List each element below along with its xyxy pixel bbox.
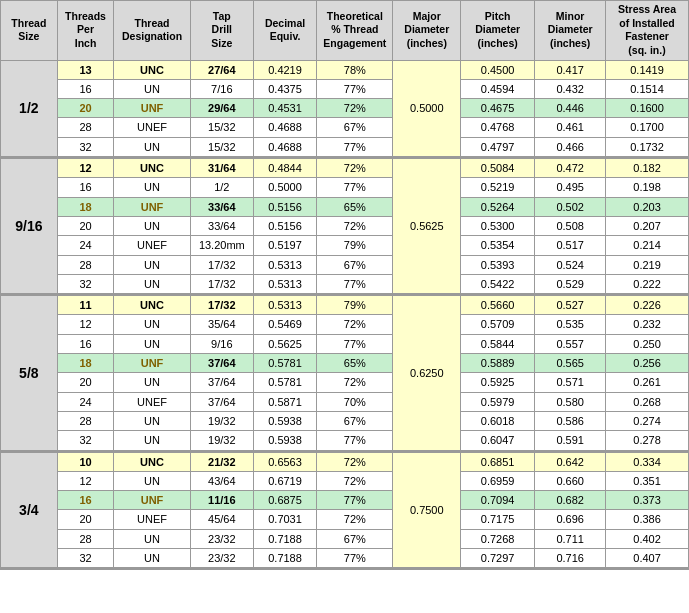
table-row: 5/811UNC17/320.531379%0.62500.56600.5270… xyxy=(1,296,689,315)
decimal-cell: 0.5469 xyxy=(253,315,316,334)
pct-cell: 65% xyxy=(317,197,393,216)
minor-diameter-cell: 0.580 xyxy=(535,392,606,411)
stress-area-cell: 0.1700 xyxy=(606,118,689,137)
designation-cell: UN xyxy=(114,79,190,98)
table-row: 32UN17/320.531377%0.54220.5290.222 xyxy=(1,274,689,293)
stress-area-cell: 0.1600 xyxy=(606,99,689,118)
minor-diameter-cell: 0.446 xyxy=(535,99,606,118)
decimal-cell: 0.4688 xyxy=(253,137,316,156)
tpi-cell: 24 xyxy=(57,392,114,411)
minor-diameter-cell: 0.586 xyxy=(535,411,606,430)
table-row: 12UN35/640.546972%0.57090.5350.232 xyxy=(1,315,689,334)
pct-cell: 72% xyxy=(317,452,393,471)
thread-size-cell: 1/2 xyxy=(1,60,58,156)
pitch-diameter-cell: 0.6959 xyxy=(461,471,535,490)
table-row: 28UN23/320.718867%0.72680.7110.402 xyxy=(1,529,689,548)
pitch-diameter-cell: 0.7175 xyxy=(461,510,535,529)
pct-cell: 77% xyxy=(317,137,393,156)
stress-area-cell: 0.334 xyxy=(606,452,689,471)
pitch-diameter-cell: 0.4797 xyxy=(461,137,535,156)
pct-cell: 67% xyxy=(317,118,393,137)
tpi-cell: 24 xyxy=(57,236,114,255)
pct-cell: 65% xyxy=(317,354,393,373)
pct-cell: 67% xyxy=(317,529,393,548)
pct-cell: 72% xyxy=(317,99,393,118)
designation-cell: UN xyxy=(114,529,190,548)
pitch-diameter-cell: 0.4768 xyxy=(461,118,535,137)
table-body: 1/213UNC27/640.421978%0.50000.45000.4170… xyxy=(1,60,689,570)
minor-diameter-cell: 0.517 xyxy=(535,236,606,255)
designation-cell: UNEF xyxy=(114,118,190,137)
stress-area-cell: 0.278 xyxy=(606,431,689,450)
minor-diameter-cell: 0.527 xyxy=(535,296,606,315)
decimal-cell: 0.5871 xyxy=(253,392,316,411)
pitch-diameter-cell: 0.7268 xyxy=(461,529,535,548)
table-row: 20UNEF45/640.703172%0.71750.6960.386 xyxy=(1,510,689,529)
col-minor: MinorDiameter(inches) xyxy=(535,1,606,61)
designation-cell: UNEF xyxy=(114,510,190,529)
stress-area-cell: 0.222 xyxy=(606,274,689,293)
table-row: 20UN33/640.515672%0.53000.5080.207 xyxy=(1,216,689,235)
pitch-diameter-cell: 0.5925 xyxy=(461,373,535,392)
decimal-cell: 0.4219 xyxy=(253,60,316,79)
table-row: 28UN19/320.593867%0.60180.5860.274 xyxy=(1,411,689,430)
pct-cell: 72% xyxy=(317,373,393,392)
decimal-cell: 0.5156 xyxy=(253,216,316,235)
tpi-cell: 16 xyxy=(57,334,114,353)
pitch-diameter-cell: 0.5393 xyxy=(461,255,535,274)
designation-cell: UNF xyxy=(114,99,190,118)
stress-area-cell: 0.402 xyxy=(606,529,689,548)
drill-cell: 15/32 xyxy=(190,118,253,137)
pct-cell: 77% xyxy=(317,178,393,197)
decimal-cell: 0.5313 xyxy=(253,255,316,274)
pct-cell: 70% xyxy=(317,392,393,411)
major-diameter-cell: 0.5625 xyxy=(393,159,461,294)
stress-area-cell: 0.261 xyxy=(606,373,689,392)
pct-cell: 78% xyxy=(317,60,393,79)
pitch-diameter-cell: 0.7297 xyxy=(461,548,535,567)
decimal-cell: 0.7188 xyxy=(253,529,316,548)
minor-diameter-cell: 0.461 xyxy=(535,118,606,137)
decimal-cell: 0.7031 xyxy=(253,510,316,529)
drill-cell: 37/64 xyxy=(190,392,253,411)
minor-diameter-cell: 0.508 xyxy=(535,216,606,235)
stress-area-cell: 0.232 xyxy=(606,315,689,334)
drill-cell: 35/64 xyxy=(190,315,253,334)
col-drill: TapDrillSize xyxy=(190,1,253,61)
designation-cell: UN xyxy=(114,411,190,430)
thread-table: ThreadSize ThreadsPerInch ThreadDesignat… xyxy=(0,0,689,570)
tpi-cell: 18 xyxy=(57,354,114,373)
drill-cell: 15/32 xyxy=(190,137,253,156)
pitch-diameter-cell: 0.5660 xyxy=(461,296,535,315)
designation-cell: UN xyxy=(114,216,190,235)
pitch-diameter-cell: 0.5422 xyxy=(461,274,535,293)
tpi-cell: 28 xyxy=(57,411,114,430)
drill-cell: 17/32 xyxy=(190,296,253,315)
table-row: 18UNF37/640.578165%0.58890.5650.256 xyxy=(1,354,689,373)
tpi-cell: 20 xyxy=(57,510,114,529)
designation-cell: UNF xyxy=(114,197,190,216)
designation-cell: UNC xyxy=(114,452,190,471)
designation-cell: UNF xyxy=(114,354,190,373)
designation-cell: UNC xyxy=(114,296,190,315)
drill-cell: 21/32 xyxy=(190,452,253,471)
stress-area-cell: 0.373 xyxy=(606,491,689,510)
pct-cell: 77% xyxy=(317,274,393,293)
pct-cell: 77% xyxy=(317,334,393,353)
drill-cell: 31/64 xyxy=(190,159,253,178)
decimal-cell: 0.4375 xyxy=(253,79,316,98)
drill-cell: 1/2 xyxy=(190,178,253,197)
designation-cell: UN xyxy=(114,471,190,490)
major-diameter-cell: 0.5000 xyxy=(393,60,461,156)
stress-area-cell: 0.407 xyxy=(606,548,689,567)
minor-diameter-cell: 0.591 xyxy=(535,431,606,450)
pct-cell: 77% xyxy=(317,548,393,567)
drill-cell: 29/64 xyxy=(190,99,253,118)
designation-cell: UN xyxy=(114,255,190,274)
minor-diameter-cell: 0.565 xyxy=(535,354,606,373)
pitch-diameter-cell: 0.4594 xyxy=(461,79,535,98)
tpi-cell: 20 xyxy=(57,373,114,392)
tpi-cell: 16 xyxy=(57,178,114,197)
stress-area-cell: 0.198 xyxy=(606,178,689,197)
designation-cell: UNC xyxy=(114,60,190,79)
